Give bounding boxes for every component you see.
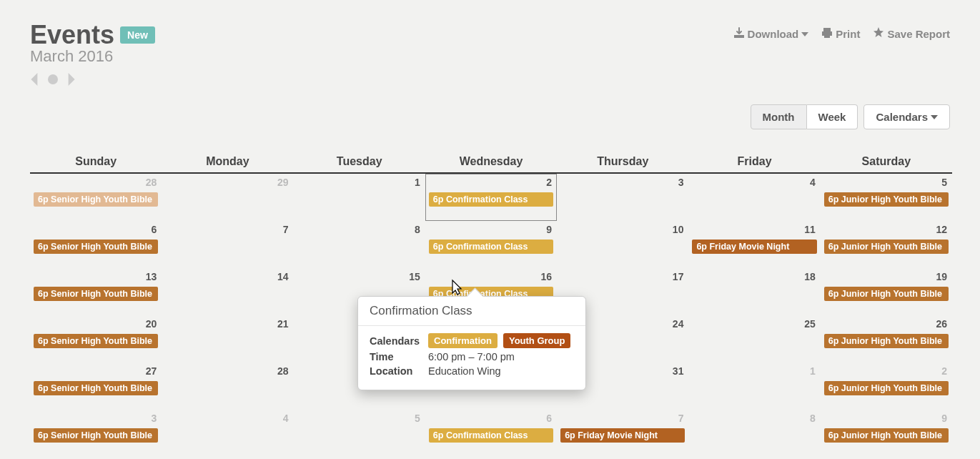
calendars-dropdown[interactable]: Calendars xyxy=(863,104,950,129)
calendar-cell[interactable]: 28 xyxy=(162,362,293,410)
day-number: 28 xyxy=(277,365,289,377)
day-number: 13 xyxy=(146,271,157,282)
calendar-tag[interactable]: Confirmation xyxy=(428,333,498,348)
day-number: 16 xyxy=(541,271,553,282)
week-tab[interactable]: Week xyxy=(807,104,858,129)
calendar-event[interactable]: 6p Friday Movie Night xyxy=(692,240,816,254)
day-number: 4 xyxy=(810,177,816,188)
caret-down-icon xyxy=(931,111,938,123)
day-number: 11 xyxy=(804,224,816,235)
calendar-cell[interactable]: 126p Junior High Youth Bible xyxy=(821,221,952,268)
calendar-cell[interactable]: 76p Friday Movie Night xyxy=(557,410,688,457)
day-number: 25 xyxy=(804,318,816,330)
calendar-tag[interactable]: Youth Group xyxy=(503,333,570,348)
day-number: 31 xyxy=(673,365,684,377)
calendar-cell[interactable]: 276p Senior High Youth Bible xyxy=(30,362,162,410)
calendar-cell[interactable]: 18 xyxy=(688,268,820,315)
new-button[interactable]: New xyxy=(120,26,155,44)
calendar-cell[interactable]: 286p Senior High Youth Bible xyxy=(30,174,162,221)
calendar-cell[interactable]: 29 xyxy=(162,174,293,221)
day-number: 10 xyxy=(673,224,684,235)
calendar-event[interactable]: 6p Junior High Youth Bible xyxy=(824,334,949,348)
calendar-cell[interactable]: 4 xyxy=(162,410,293,457)
day-number: 12 xyxy=(936,224,947,235)
save-report-label: Save Report xyxy=(887,28,950,40)
next-icon[interactable] xyxy=(66,73,76,86)
day-number: 6 xyxy=(151,224,157,235)
calendar-event[interactable]: 6p Senior High Youth Bible xyxy=(34,334,158,348)
calendar-event[interactable]: 6p Confirmation Class xyxy=(429,428,553,443)
day-number: 5 xyxy=(415,413,420,424)
month-tab[interactable]: Month xyxy=(751,104,807,129)
prev-icon[interactable] xyxy=(30,73,40,86)
download-button[interactable]: Download xyxy=(733,27,809,41)
day-number: 8 xyxy=(810,413,816,424)
calendar-cell[interactable]: 66p Confirmation Class xyxy=(425,410,557,457)
day-number: 26 xyxy=(936,318,947,330)
day-header: Saturday xyxy=(821,151,952,172)
calendar-event[interactable]: 6p Confirmation Class xyxy=(429,240,553,254)
day-number: 7 xyxy=(283,224,289,235)
calendar-cell[interactable]: 96p Confirmation Class xyxy=(425,221,557,268)
calendar-cell[interactable]: 116p Friday Movie Night xyxy=(688,221,820,268)
calendar-cell[interactable]: 14 xyxy=(162,268,293,315)
popover-location-value: Education Wing xyxy=(428,365,501,377)
calendar-cell[interactable]: 66p Senior High Youth Bible xyxy=(30,221,162,268)
calendar-cell[interactable]: 3 xyxy=(557,174,688,221)
calendar-cell[interactable]: 1 xyxy=(688,362,820,410)
calendar-cell[interactable]: 96p Junior High Youth Bible xyxy=(821,410,952,457)
calendar-event[interactable]: 6p Junior High Youth Bible xyxy=(824,287,949,301)
day-number: 1 xyxy=(415,177,420,188)
day-number: 15 xyxy=(409,271,420,282)
day-number: 7 xyxy=(678,413,684,424)
today-dot-icon[interactable] xyxy=(47,74,59,85)
popover-title: Confirmation Class xyxy=(358,297,585,326)
download-icon xyxy=(733,27,745,41)
calendar-cell[interactable]: 8 xyxy=(294,221,425,268)
save-report-button[interactable]: Save Report xyxy=(873,27,950,41)
day-header: Wednesday xyxy=(425,151,557,172)
calendar-cell[interactable]: 196p Junior High Youth Bible xyxy=(821,268,952,315)
calendar-event[interactable]: 6p Senior High Youth Bible xyxy=(34,192,158,207)
calendar-cell[interactable]: 1 xyxy=(294,174,425,221)
day-header: Friday xyxy=(688,151,820,172)
calendar-cell[interactable]: 136p Senior High Youth Bible xyxy=(30,268,162,315)
day-number: 2 xyxy=(941,365,947,377)
calendar-cell[interactable]: 26p Junior High Youth Bible xyxy=(821,362,952,410)
day-number: 2 xyxy=(546,177,552,188)
calendar-event[interactable]: 6p Confirmation Class xyxy=(429,192,553,207)
download-label: Download xyxy=(748,28,799,40)
calendar-cell[interactable]: 7 xyxy=(162,221,293,268)
day-number: 21 xyxy=(277,318,289,330)
calendar-event[interactable]: 6p Senior High Youth Bible xyxy=(34,428,158,443)
day-number: 9 xyxy=(546,224,552,235)
print-label: Print xyxy=(836,28,860,40)
calendar-cell[interactable]: 25 xyxy=(688,315,820,362)
day-number: 17 xyxy=(673,271,684,282)
calendar-event[interactable]: 6p Junior High Youth Bible xyxy=(824,240,949,254)
day-number: 28 xyxy=(146,177,157,188)
calendar-cell[interactable]: 5 xyxy=(294,410,425,457)
calendar-event[interactable]: 6p Junior High Youth Bible xyxy=(824,428,949,443)
calendar-event[interactable]: 6p Junior High Youth Bible xyxy=(824,381,949,395)
calendar-cell[interactable]: 4 xyxy=(688,174,820,221)
calendar-event[interactable]: 6p Friday Movie Night xyxy=(560,428,685,443)
calendar-event[interactable]: 6p Senior High Youth Bible xyxy=(34,240,158,254)
calendar-event[interactable]: 6p Senior High Youth Bible xyxy=(34,287,158,301)
print-button[interactable]: Print xyxy=(821,27,860,41)
calendar-cell[interactable]: 21 xyxy=(162,315,293,362)
calendar-cell[interactable]: 266p Junior High Youth Bible xyxy=(821,315,952,362)
calendar-cell[interactable]: 8 xyxy=(688,410,820,457)
calendar-cell[interactable]: 206p Senior High Youth Bible xyxy=(30,315,162,362)
calendar-cell[interactable]: 56p Junior High Youth Bible xyxy=(821,174,952,221)
calendar-cell[interactable]: 26p Confirmation Class xyxy=(425,174,557,221)
day-number: 9 xyxy=(941,413,947,424)
calendar-cell[interactable]: 36p Senior High Youth Bible xyxy=(30,410,162,457)
day-number: 29 xyxy=(277,177,289,188)
calendar-event[interactable]: 6p Senior High Youth Bible xyxy=(34,381,158,395)
print-icon xyxy=(821,27,833,41)
popover-location-label: Location xyxy=(370,365,428,377)
calendar-event[interactable]: 6p Junior High Youth Bible xyxy=(824,192,949,207)
calendar-cell[interactable]: 10 xyxy=(557,221,688,268)
day-number: 1 xyxy=(810,365,816,377)
